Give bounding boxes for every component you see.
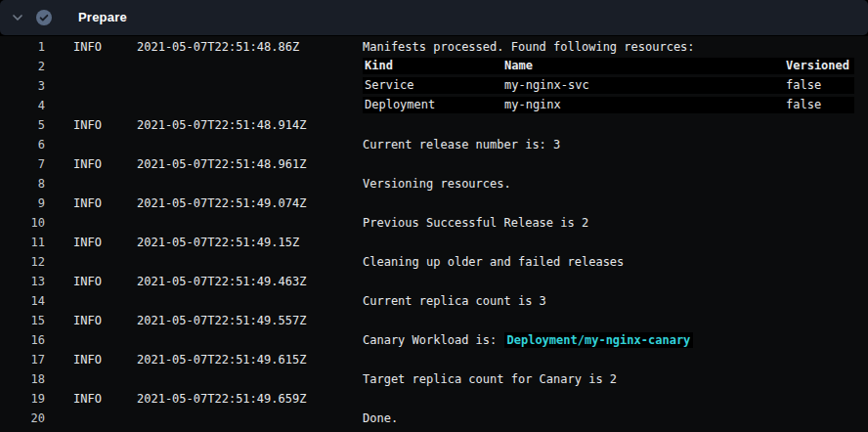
log-message <box>363 389 868 409</box>
log-line: 17INFO2021-05-07T22:51:49.615Z <box>0 350 868 369</box>
line-number[interactable]: 2 <box>0 57 45 76</box>
log-level <box>45 135 137 154</box>
log-line: 13INFO2021-05-07T22:51:49.463Z <box>0 272 868 291</box>
table-cell: Name <box>504 58 786 74</box>
log-level: INFO <box>45 154 137 174</box>
log-timestamp <box>137 291 363 311</box>
log-line: 14Current replica count is 3 <box>0 291 868 311</box>
log-timestamp: 2021-05-07T22:51:49.463Z <box>137 272 363 291</box>
line-number[interactable]: 11 <box>0 233 45 252</box>
log-level: INFO <box>45 194 137 213</box>
log-message: Manifests processed. Found following res… <box>363 37 868 57</box>
log-level <box>45 330 137 350</box>
log-line: 3Servicemy-nginx-svcfalse <box>0 76 868 96</box>
log-message: Target replica count for Canary is 2 <box>363 369 868 389</box>
log-line: 2KindNameVersioned <box>0 57 868 76</box>
log-timestamp: 2021-05-07T22:51:49.615Z <box>137 350 363 369</box>
log-line: 20Done. <box>0 409 868 428</box>
line-number[interactable]: 18 <box>0 369 45 389</box>
log-level: INFO <box>45 115 137 135</box>
line-number[interactable]: 10 <box>0 213 45 233</box>
line-number[interactable]: 14 <box>0 291 45 311</box>
table-cell: Deployment <box>365 97 504 113</box>
log-line: 4Deploymentmy-nginxfalse <box>0 96 868 115</box>
line-number[interactable]: 8 <box>0 174 45 194</box>
log-message: Versioning resources. <box>363 174 868 194</box>
log-level <box>45 76 137 96</box>
log-message <box>363 233 868 252</box>
log-timestamp <box>137 330 363 350</box>
log-timestamp <box>137 174 363 194</box>
line-number[interactable]: 17 <box>0 350 45 369</box>
log-timestamp <box>137 135 363 154</box>
line-number[interactable]: 16 <box>0 330 45 350</box>
log-line: 5INFO2021-05-07T22:51:48.914Z <box>0 115 868 135</box>
table-cell: Kind <box>365 58 504 74</box>
log-line: 9INFO2021-05-07T22:51:49.074Z <box>0 194 868 213</box>
log-level <box>45 291 137 311</box>
check-circle-icon <box>36 10 52 25</box>
table-cell: my-nginx-svc <box>504 77 786 94</box>
log-line: 19INFO2021-05-07T22:51:49.659Z <box>0 389 868 409</box>
log-line: 6Current release number is: 3 <box>0 135 868 154</box>
log-timestamp: 2021-05-07T22:51:48.961Z <box>137 154 363 174</box>
log-message <box>363 154 868 174</box>
line-number[interactable]: 20 <box>0 409 45 428</box>
resource-table-row: Servicemy-nginx-svcfalse <box>363 77 854 94</box>
log-message <box>363 350 868 369</box>
chevron-down-icon[interactable] <box>11 11 24 24</box>
resource-table-row: Deploymentmy-nginxfalse <box>363 97 854 113</box>
log-timestamp: 2021-05-07T22:51:49.074Z <box>137 194 363 213</box>
log-timestamp <box>137 252 363 272</box>
log-timestamp: 2021-05-07T22:51:49.659Z <box>137 389 363 409</box>
log-message <box>363 272 868 291</box>
log-timestamp <box>137 96 363 115</box>
line-number[interactable]: 15 <box>0 311 45 330</box>
log-line: 18Target replica count for Canary is 2 <box>0 369 868 389</box>
log-line: 12Cleaning up older and failed releases <box>0 252 868 272</box>
line-number[interactable]: 19 <box>0 389 45 409</box>
log-line: 7INFO2021-05-07T22:51:48.961Z <box>0 154 868 174</box>
table-cell: Versioned <box>786 58 854 74</box>
resource-table-header: KindNameVersioned <box>363 58 854 74</box>
log-message: Deploymentmy-nginxfalse <box>363 96 868 115</box>
log-message: KindNameVersioned <box>363 57 868 76</box>
log-message <box>363 311 868 330</box>
log-level: INFO <box>45 389 137 409</box>
line-number[interactable]: 12 <box>0 252 45 272</box>
table-cell: false <box>786 77 854 94</box>
log-timestamp: 2021-05-07T22:51:49.557Z <box>137 311 363 330</box>
log-timestamp <box>137 409 363 428</box>
table-cell: my-nginx <box>504 97 786 113</box>
log-line: 8Versioning resources. <box>0 174 868 194</box>
log-message: Current release number is: 3 <box>363 135 868 154</box>
line-number[interactable]: 6 <box>0 135 45 154</box>
log-level <box>45 174 137 194</box>
line-number[interactable]: 9 <box>0 194 45 213</box>
log-line: 15INFO2021-05-07T22:51:49.557Z <box>0 311 868 330</box>
log-timestamp <box>137 57 363 76</box>
line-number[interactable]: 3 <box>0 76 45 96</box>
log-level <box>45 409 137 428</box>
log-line: 10Previous Successful Release is 2 <box>0 213 868 233</box>
log-message: Cleaning up older and failed releases <box>363 252 868 272</box>
log-level: INFO <box>45 233 137 252</box>
log-timestamp: 2021-05-07T22:51:49.15Z <box>137 233 363 252</box>
line-number[interactable]: 7 <box>0 154 45 174</box>
log-message: Previous Successful Release is 2 <box>363 213 868 233</box>
line-number[interactable]: 4 <box>0 96 45 115</box>
line-number[interactable]: 5 <box>0 115 45 135</box>
log-message: Done. <box>363 409 868 428</box>
log-level <box>45 252 137 272</box>
log-line: 16Canary Workload is: Deployment/my-ngin… <box>0 330 868 350</box>
log-output[interactable]: 1INFO2021-05-07T22:51:48.86ZManifests pr… <box>0 36 868 432</box>
step-title: Prepare <box>78 0 127 35</box>
step-header[interactable]: Prepare <box>0 0 868 35</box>
log-line: 11INFO2021-05-07T22:51:49.15Z <box>0 233 868 252</box>
log-level <box>45 369 137 389</box>
log-timestamp <box>137 213 363 233</box>
line-number[interactable]: 13 <box>0 272 45 291</box>
log-level <box>45 57 137 76</box>
log-level: INFO <box>45 37 137 57</box>
line-number[interactable]: 1 <box>0 37 45 57</box>
